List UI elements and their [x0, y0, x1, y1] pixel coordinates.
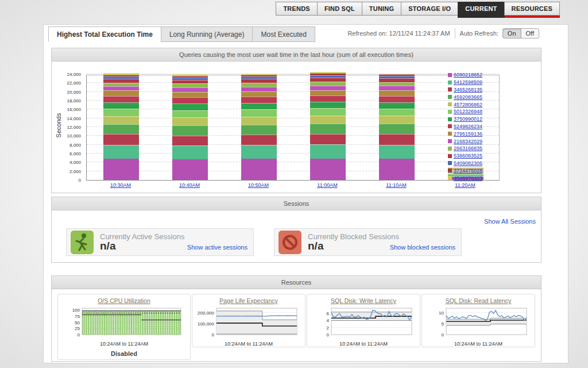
y-tick-label: 8,000 — [69, 143, 81, 148]
svg-text:100: 100 — [72, 308, 80, 313]
show-active-sessions-link[interactable]: Show active sessions — [187, 244, 247, 251]
bar-segment — [241, 103, 277, 109]
y-tick-label: 14,000 — [67, 116, 81, 121]
bar-stack-10:50am — [241, 74, 277, 180]
svg-text:75: 75 — [75, 314, 80, 319]
bar-segment — [379, 102, 415, 109]
bar-segment — [379, 145, 415, 159]
legend-query-link-3465268135[interactable]: 3465268135 — [454, 87, 482, 93]
y-tick-label: 12,000 — [67, 125, 81, 130]
top-nav-tab-tuning[interactable]: TUNING — [362, 2, 401, 16]
time-link-10:50am[interactable]: 10:50AM — [224, 182, 293, 188]
gridline — [87, 171, 499, 171]
time-link-11:10am[interactable]: 11:10AM — [362, 182, 431, 188]
time-link-11:00am[interactable]: 11:00AM — [293, 182, 362, 188]
bar-segment — [103, 96, 139, 103]
active-sessions-value: n/a — [100, 240, 115, 252]
page-life-expectancy-title-link[interactable]: Page Life Expectancy — [192, 297, 305, 304]
legend-swatch — [448, 147, 452, 151]
legend-item: 4572806862 — [448, 101, 482, 108]
svg-text:5: 5 — [442, 321, 444, 327]
gridline — [87, 153, 499, 154]
gridline — [87, 135, 499, 136]
bar-segment — [172, 136, 208, 146]
time-link-10:30am[interactable]: 10:30AM — [86, 182, 155, 188]
svg-text:100,000: 100,000 — [198, 321, 214, 327]
legend-query-link-5412598509[interactable]: 5412598509 — [454, 79, 482, 85]
gridline — [87, 126, 499, 127]
disk-read-latency-title-link[interactable]: SQL Disk: Read Latency — [422, 297, 535, 304]
legend-query-link-5386083525[interactable]: 5386083525 — [454, 153, 482, 159]
bar-segment — [310, 102, 346, 108]
legend-query-link-4592083665[interactable]: 4592083665 — [454, 94, 482, 100]
auto-refresh-toggle: On Off — [503, 28, 539, 39]
legend-swatch — [448, 73, 452, 77]
time-link-10:40am[interactable]: 10:40AM — [155, 182, 224, 188]
page-life-expectancy-box: Page Life Expectancy 0100,000200,000 10:… — [192, 294, 305, 347]
view-tab-long-running-average-[interactable]: Long Running (Average) — [161, 26, 253, 42]
legend-item: 5386083525 — [448, 152, 482, 160]
top-nav-tab-trends[interactable]: TRENDS — [276, 2, 317, 16]
legend-query-link-3750990012[interactable]: 3750990012 — [454, 116, 482, 122]
y-tick-label: 10,000 — [67, 133, 81, 139]
top-nav-tab-resources[interactable]: RESOURCES — [504, 2, 560, 16]
legend-item: 3724475028 — [448, 167, 482, 174]
query-chart-title: Queries causing the most user wait time … — [52, 48, 541, 62]
legend-query-link-5012326948[interactable]: 5012326948 — [454, 109, 482, 114]
disk-write-latency-chart: 0246 — [307, 306, 420, 340]
legend-query-link-5409082306[interactable]: 5409082306 — [454, 160, 482, 166]
bar-segment — [172, 87, 208, 92]
x-axis-time-links: 10:30AM10:40AM10:50AM11:00AM11:10AM11:20… — [86, 182, 500, 190]
gridline — [87, 118, 499, 118]
write-latency-time-range: 10:24AM to 11:24AM — [307, 341, 420, 347]
bar-segment — [172, 110, 208, 118]
gridline — [87, 91, 499, 92]
legend-query-link-3724475028[interactable]: 3724475028 — [454, 168, 482, 174]
legend-item: 3465268135 — [448, 86, 482, 94]
auto-refresh-off-button[interactable]: Off — [521, 28, 539, 39]
gridline — [87, 162, 499, 162]
top-nav-tab-find-sql[interactable]: FIND SQL — [317, 2, 362, 16]
top-nav-tab-current[interactable]: CURRENT — [458, 2, 504, 18]
read-latency-time-range: 10:24AM to 11:24AM — [422, 341, 535, 347]
bar-segment — [379, 109, 415, 116]
legend-query-link-2795159136[interactable]: 2795159136 — [454, 131, 482, 137]
blocked-sessions-value: n/a — [308, 240, 323, 252]
bar-segment — [172, 159, 208, 180]
bar-segment — [103, 109, 139, 116]
legend-query-link-6090218652[interactable]: 6090218652 — [454, 72, 482, 78]
disk-write-latency-title-link[interactable]: SQL Disk: Write Latency — [307, 297, 420, 304]
y-tick-label: 4,000 — [69, 160, 81, 165]
cpu-utilization-title-link[interactable]: O/S CPU Utilization — [58, 297, 190, 304]
bar-segment — [241, 117, 277, 125]
bar-segment — [172, 97, 208, 103]
bar-segment — [310, 116, 346, 123]
legend-swatch — [448, 124, 452, 128]
svg-text:50: 50 — [75, 320, 80, 325]
legend-query-link-5249826234[interactable]: 5249826234 — [454, 124, 482, 129]
cpu-time-range: 10:24AM to 11:24AM — [58, 341, 190, 347]
legend-item: 5249826234 — [448, 123, 482, 131]
bar-segment — [241, 109, 277, 117]
svg-text:200,000: 200,000 — [198, 310, 214, 316]
legend-query-link-2663166835[interactable]: 2663166835 — [454, 145, 482, 151]
view-tab-highest-total-execution-time[interactable]: Highest Total Execution Time — [48, 26, 161, 42]
legend-query-link-2168342029[interactable]: 2168342029 — [454, 139, 482, 144]
show-blocked-sessions-link[interactable]: Show blocked sessions — [390, 244, 455, 251]
legend-query-link-4572806862[interactable]: 4572806862 — [454, 102, 482, 108]
bar-segment — [310, 124, 346, 134]
auto-refresh-on-button[interactable]: On — [502, 28, 521, 39]
top-nav-tab-storage-i-o[interactable]: STORAGE I/O — [401, 2, 458, 16]
legend-query-link-4546976423[interactable]: 4546976423 — [454, 175, 482, 181]
show-all-sessions-link[interactable]: Show All Sessions — [484, 218, 536, 225]
y-tick-label: 22,000 — [67, 80, 81, 86]
view-tab-most-executed[interactable]: Most Executed — [252, 26, 315, 42]
bar-segment — [310, 134, 346, 144]
bar-segment — [379, 116, 415, 123]
bar-segment — [241, 125, 277, 135]
time-link-11:20am[interactable]: 11:20AM — [431, 182, 500, 188]
bar-segment — [103, 86, 139, 91]
legend-swatch — [448, 132, 452, 136]
disk-write-latency-box: SQL Disk: Write Latency 0246 10:24AM to … — [307, 294, 420, 347]
ple-time-range: 10:24AM to 11:24AM — [192, 341, 305, 347]
